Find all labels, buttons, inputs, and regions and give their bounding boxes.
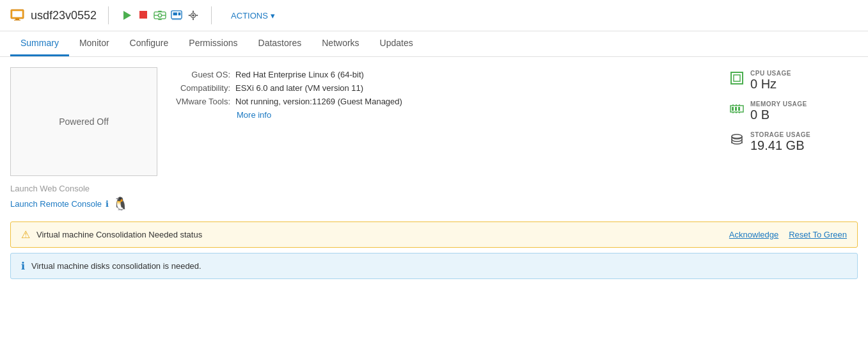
header-action-icons xyxy=(120,9,200,22)
svg-rect-26 xyxy=(735,107,737,111)
launch-remote-console-link[interactable]: Launch Remote Console xyxy=(10,199,102,209)
guest-os-label: Guest OS: xyxy=(173,70,230,79)
actions-chevron-icon: ▾ xyxy=(271,11,275,20)
tab-datastores[interactable]: Datastores xyxy=(248,31,312,56)
tab-configure[interactable]: Configure xyxy=(120,31,179,56)
svg-rect-15 xyxy=(172,19,181,20)
svg-marker-4 xyxy=(123,11,131,20)
memory-usage-label: MEMORY USAGE xyxy=(750,101,807,108)
cpu-usage-item: CPU USAGE 0 Hz xyxy=(730,70,858,92)
storage-usage-item: STORAGE USAGE 19.41 GB xyxy=(730,131,858,153)
remote-console-info-icon[interactable]: ℹ xyxy=(106,199,109,209)
main-content: Powered Off Launch Web Console Launch Re… xyxy=(0,57,868,289)
svg-rect-11 xyxy=(158,19,161,20)
launch-web-console-link[interactable]: Launch Web Console xyxy=(10,184,157,193)
svg-rect-22 xyxy=(731,72,743,84)
header-divider xyxy=(108,6,109,24)
console-links: Launch Web Console Launch Remote Console… xyxy=(10,184,157,211)
tab-permissions[interactable]: Permissions xyxy=(178,31,248,56)
vm-details: Guest OS: Red Hat Enterprise Linux 6 (64… xyxy=(173,67,714,124)
vm-powered-off-label: Powered Off xyxy=(59,117,109,127)
power-off-button[interactable] xyxy=(137,9,150,22)
cpu-icon xyxy=(730,71,744,85)
warning-icon: ⚠ xyxy=(21,229,30,241)
tab-monitor[interactable]: Monitor xyxy=(69,31,120,56)
memory-icon xyxy=(730,102,744,116)
memory-usage-item: MEMORY USAGE 0 B xyxy=(730,101,858,122)
usage-stats: CPU USAGE 0 Hz xyxy=(730,67,858,153)
reset-to-green-link[interactable]: Reset To Green xyxy=(789,230,847,239)
settings-button[interactable] xyxy=(187,9,200,22)
vmware-tools-label: VMware Tools: xyxy=(173,97,230,106)
vm-name: usdf23v0552 xyxy=(31,9,97,22)
storage-usage-value: 19.41 GB xyxy=(750,138,810,153)
linux-icon: 🐧 xyxy=(113,196,129,211)
vm-title-icon xyxy=(10,8,24,24)
header-divider-2 xyxy=(211,6,212,24)
svg-rect-2 xyxy=(15,19,19,20)
guest-os-value: Red Hat Enterprise Linux 6 (64-bit) xyxy=(235,70,364,79)
info-banner: ℹ Virtual machine disks consolidation is… xyxy=(10,253,858,279)
svg-point-7 xyxy=(158,13,161,17)
svg-rect-3 xyxy=(14,20,20,20)
svg-rect-5 xyxy=(139,11,147,19)
svg-rect-14 xyxy=(178,13,181,16)
cpu-usage-value: 0 Hz xyxy=(750,77,791,92)
svg-rect-1 xyxy=(12,11,22,17)
vmware-tools-value: Not running, version:11269 (Guest Manage… xyxy=(235,97,402,106)
acknowledge-link[interactable]: Acknowledge xyxy=(729,230,778,239)
alert-text: Virtual machine Consolidation Needed sta… xyxy=(36,230,202,239)
compatibility-value: ESXi 6.0 and later (VM version 11) xyxy=(235,83,363,93)
actions-dropdown-button[interactable]: ACTIONS ▾ xyxy=(231,11,275,20)
storage-icon xyxy=(730,133,744,147)
cpu-usage-label: CPU USAGE xyxy=(750,70,791,77)
network-button[interactable] xyxy=(154,9,166,22)
alert-banner: ⚠ Virtual machine Consolidation Needed s… xyxy=(10,221,858,248)
actions-label: ACTIONS xyxy=(231,11,268,20)
compatibility-label: Compatibility: xyxy=(173,83,230,93)
svg-rect-25 xyxy=(732,107,734,111)
tab-networks[interactable]: Networks xyxy=(312,31,369,56)
header: usdf23v0552 xyxy=(0,0,868,31)
svg-rect-13 xyxy=(173,13,177,16)
more-info-link[interactable]: More info xyxy=(237,110,271,120)
svg-rect-23 xyxy=(734,75,740,81)
storage-usage-label: STORAGE USAGE xyxy=(750,131,810,138)
vm-preview-box: Powered Off xyxy=(10,67,157,176)
svg-rect-27 xyxy=(738,107,740,111)
nav-tabs: Summary Monitor Configure Permissions Da… xyxy=(0,31,868,57)
power-on-button[interactable] xyxy=(120,9,133,22)
snapshot-button[interactable] xyxy=(170,9,183,22)
info-icon: ℹ xyxy=(21,260,25,272)
info-text: Virtual machine disks consolidation is n… xyxy=(31,261,201,271)
svg-point-34 xyxy=(732,134,742,138)
tab-updates[interactable]: Updates xyxy=(370,31,423,56)
svg-rect-10 xyxy=(158,11,161,12)
svg-point-17 xyxy=(192,14,194,17)
tab-summary[interactable]: Summary xyxy=(10,31,69,56)
memory-usage-value: 0 B xyxy=(750,108,807,122)
